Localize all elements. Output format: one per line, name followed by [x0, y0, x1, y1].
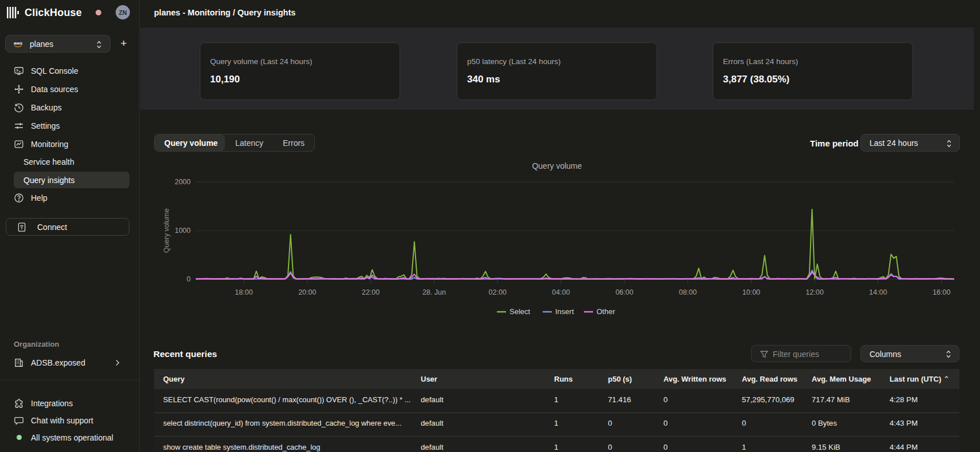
- svg-text:10:00: 10:00: [742, 288, 760, 296]
- svg-text:aws: aws: [14, 41, 23, 46]
- svg-text:Select: Select: [509, 307, 531, 316]
- svg-text:28. Jun: 28. Jun: [422, 288, 446, 296]
- svg-text:Query volume: Query volume: [532, 161, 582, 171]
- svg-text:Insert: Insert: [555, 307, 574, 316]
- svg-text:16:00: 16:00: [932, 288, 950, 296]
- svg-text:20:00: 20:00: [298, 288, 316, 296]
- svg-text:06:00: 06:00: [615, 288, 633, 296]
- svg-text:14:00: 14:00: [869, 288, 887, 296]
- svg-text:Other: Other: [596, 307, 615, 316]
- svg-text:04:00: 04:00: [552, 288, 570, 296]
- svg-text:02:00: 02:00: [489, 288, 507, 296]
- svg-text:0: 0: [187, 275, 191, 283]
- svg-text:08:00: 08:00: [679, 288, 697, 296]
- svg-text:22:00: 22:00: [362, 288, 380, 296]
- svg-text:Query volume: Query volume: [163, 208, 171, 253]
- svg-text:18:00: 18:00: [235, 288, 252, 296]
- svg-text:2000: 2000: [175, 178, 191, 186]
- svg-text:1000: 1000: [175, 227, 191, 235]
- svg-text:12:00: 12:00: [806, 288, 824, 296]
